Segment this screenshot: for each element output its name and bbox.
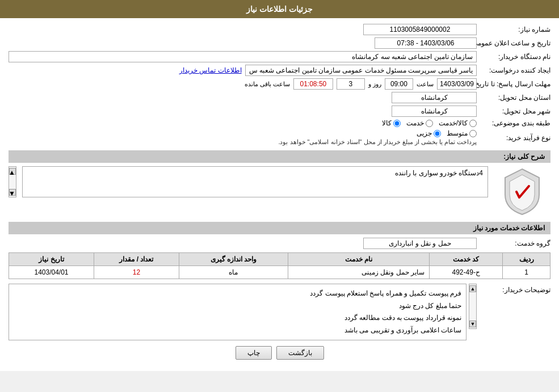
category-both-item: کالا/خدمت bbox=[439, 119, 477, 127]
buyer-org-label: نام دستگاه خریدار: bbox=[477, 53, 550, 61]
creator-row: ایجاد کننده درخواست: یاسر قیاسی سرپرست م… bbox=[9, 65, 550, 76]
category-radio-group: کالا/خدمت خدمت کالا bbox=[9, 119, 477, 127]
purchase-partial-label: جزیی bbox=[417, 129, 432, 137]
need-desc-text: 4دستگاه خودرو سواری با راننده bbox=[395, 169, 483, 177]
category-both-radio[interactable] bbox=[469, 120, 477, 127]
need-desc-container: 4دستگاه خودرو سواری با راننده ▲ ▼ bbox=[9, 166, 550, 217]
col-date: تاریخ نیاز bbox=[9, 253, 94, 266]
creator-value: یاسر قیاسی سرپرست مسئول خدمات عمومی سازم… bbox=[9, 65, 477, 76]
buyer-desc-line-2: حتما مبلغ کل درج شود bbox=[14, 300, 461, 313]
services-table-header-row: ردیف کد خدمت نام خدمت واحد اندازه گیری ت… bbox=[9, 253, 550, 266]
creator-display: یاسر قیاسی سرپرست مسئول خدمات عمومی سازم… bbox=[245, 65, 477, 76]
purchase-partial-radio[interactable] bbox=[434, 130, 441, 137]
cell-date: 1403/04/01 bbox=[9, 266, 94, 279]
city-value: کرمانشاه bbox=[9, 106, 477, 117]
purchase-radio-group: متوسط جزیی bbox=[9, 129, 477, 137]
need-desc-section-title: شرح کلی نیاز: bbox=[9, 150, 550, 163]
buyer-desc-scroll-down[interactable]: ▼ bbox=[469, 321, 476, 327]
days-label: روز و bbox=[368, 81, 381, 88]
need-number-row: شماره نیاز: 1103005849000002 bbox=[9, 24, 550, 35]
buyer-desc-line-3: نمونه قرارداد پیوست به دقت مطالعه گردد bbox=[14, 312, 461, 324]
buyer-org-row: نام دستگاه خریدار: سازمان تامین اجتماعی … bbox=[9, 51, 550, 62]
announce-value: 1403/03/06 - 07:38 bbox=[9, 37, 477, 49]
province-value: کرمانشاه bbox=[9, 92, 477, 103]
purchase-medium-radio[interactable] bbox=[469, 130, 477, 137]
city-label: شهر محل تحویل: bbox=[477, 107, 550, 115]
time-label: ساعت bbox=[417, 81, 434, 88]
buyer-desc-scrollbar[interactable]: ▲ ▼ bbox=[469, 284, 477, 329]
scrollbar-area[interactable]: ▲ ▼ bbox=[9, 166, 16, 197]
need-desc-section: شرح کلی نیاز: 4دستگاه خودرو سواری با ران… bbox=[9, 150, 550, 217]
service-group-display: حمل و نقل و انبارداری bbox=[363, 238, 477, 249]
buyer-desc-line-4: ساعات اعلامی برآوردی و تقریبی می باشد bbox=[14, 324, 461, 337]
buyer-desc-value: ▲ ▼ فرم پیوست تکمیل و همراه پاسخ استعلام… bbox=[9, 284, 477, 340]
announce-label: تاریخ و ساعت اعلان عمومی: bbox=[477, 39, 550, 47]
services-section: اطلاعات خدمات مورد نیاز گروه خدمت: حمل و… bbox=[9, 222, 550, 279]
col-row-num: ردیف bbox=[503, 253, 550, 266]
city-row: شهر محل تحویل: کرمانشاه bbox=[9, 106, 550, 117]
services-table-body: 1 ح-49-492 سایر حمل ونقل زمینی ماه 12 14… bbox=[9, 266, 550, 279]
deadline-days: 3 bbox=[337, 78, 365, 90]
button-row: بازگشت چاپ bbox=[9, 346, 550, 360]
deadline-label: مهلت ارسال پاسخ: تا تاریخ: bbox=[477, 80, 550, 88]
col-service-code: کد خدمت bbox=[430, 253, 503, 266]
purchase-type-row: نوع فرآیند خرید: متوسط جزیی پرداخت تمام … bbox=[9, 129, 550, 146]
province-label: استان محل تحویل: bbox=[477, 94, 550, 102]
buyer-desc-scroll-up[interactable]: ▲ bbox=[469, 285, 476, 292]
buyer-org-value: سازمان تامین اجتماعی شعبه سه کرمانشاه bbox=[9, 51, 477, 62]
province-display: کرمانشاه bbox=[392, 92, 477, 103]
service-group-row: گروه خدمت: حمل و نقل و انبارداری bbox=[9, 238, 550, 249]
page-header: جزئیات اطلاعات نیاز bbox=[0, 0, 559, 18]
category-goods-label: کالا bbox=[382, 119, 392, 127]
col-service-name: نام خدمت bbox=[288, 253, 429, 266]
purchase-type-options: متوسط جزیی پرداخت تمام یا بخشی از مبلغ خ… bbox=[9, 129, 477, 146]
creator-contact-link[interactable]: اطلاعات تماس خریدار bbox=[179, 66, 242, 74]
need-number-display: 1103005849000002 bbox=[363, 24, 477, 35]
service-group-value: حمل و نقل و انبارداری bbox=[363, 238, 477, 249]
cell-service-name: سایر حمل ونقل زمینی bbox=[288, 266, 429, 279]
category-label: طبقه بندی موضوعی: bbox=[477, 119, 550, 127]
category-goods-radio[interactable] bbox=[393, 120, 401, 127]
buyer-desc-line-1: فرم پیوست تکمیل و همراه پاسخ استعلام پیو… bbox=[14, 288, 461, 300]
scroll-down[interactable]: ▼ bbox=[9, 189, 16, 196]
purchase-medium-label: متوسط bbox=[447, 129, 468, 137]
print-button[interactable]: چاپ bbox=[236, 346, 272, 360]
creator-label: ایجاد کننده درخواست: bbox=[477, 66, 550, 74]
table-row: 1 ح-49-492 سایر حمل ونقل زمینی ماه 12 14… bbox=[9, 266, 550, 279]
category-service-radio[interactable] bbox=[426, 120, 433, 127]
col-quantity: تعداد / مقدار bbox=[94, 253, 179, 266]
cell-quantity: 12 bbox=[94, 266, 179, 279]
deadline-row: مهلت ارسال پاسخ: تا تاریخ: 1403/03/09 سا… bbox=[9, 78, 550, 90]
deadline-time: 09:00 bbox=[385, 78, 413, 90]
province-row: استان محل تحویل: کرمانشاه bbox=[9, 92, 550, 103]
buyer-org-display: سازمان تامین اجتماعی شعبه سه کرمانشاه bbox=[9, 51, 477, 62]
announce-row: تاریخ و ساعت اعلان عمومی: 1403/03/06 - 0… bbox=[9, 37, 550, 49]
need-number-label: شماره نیاز: bbox=[477, 26, 550, 33]
services-table: ردیف کد خدمت نام خدمت واحد اندازه گیری ت… bbox=[9, 252, 550, 279]
purchase-note: پرداخت تمام یا بخشی از مبلغ خریدار از مح… bbox=[9, 138, 477, 146]
cell-row-num: 1 bbox=[503, 266, 550, 279]
buyer-desc-row: توضیحات خریدار: ▲ ▼ فرم پیوست تکمیل و هم… bbox=[9, 284, 550, 340]
scroll-up[interactable]: ▲ bbox=[9, 168, 16, 175]
col-unit: واحد اندازه گیری bbox=[179, 253, 288, 266]
city-display: کرمانشاه bbox=[392, 106, 477, 117]
shield-logo-icon bbox=[499, 166, 545, 217]
deadline-inner: 1403/03/09 ساعت 09:00 روز و 3 01:08:50 س… bbox=[9, 78, 477, 90]
page-container: جزئیات اطلاعات نیاز شماره نیاز: 11030058… bbox=[0, 0, 559, 371]
announce-date: 1403/03/06 - 07:38 bbox=[375, 37, 477, 49]
remaining-label: ساعت باقی مانده bbox=[245, 81, 290, 88]
deadline-date: 1403/03/09 bbox=[437, 78, 477, 90]
need-number-value: 1103005849000002 bbox=[9, 24, 477, 35]
purchase-type-label: نوع فرآیند خرید: bbox=[477, 134, 550, 142]
main-content: شماره نیاز: 1103005849000002 تاریخ و ساع… bbox=[0, 18, 559, 371]
service-group-label: گروه خدمت: bbox=[477, 239, 550, 247]
category-goods-item: کالا bbox=[382, 119, 401, 127]
cell-service-code: ح-49-492 bbox=[430, 266, 503, 279]
services-table-head: ردیف کد خدمت نام خدمت واحد اندازه گیری ت… bbox=[9, 253, 550, 266]
logo-area bbox=[494, 166, 550, 217]
deadline-remaining: 01:08:50 bbox=[293, 78, 333, 90]
cell-unit: ماه bbox=[179, 266, 288, 279]
buyer-desc-label: توضیحات خریدار: bbox=[477, 284, 550, 294]
category-service-label: خدمت bbox=[406, 119, 424, 127]
back-button[interactable]: بازگشت bbox=[276, 346, 324, 360]
